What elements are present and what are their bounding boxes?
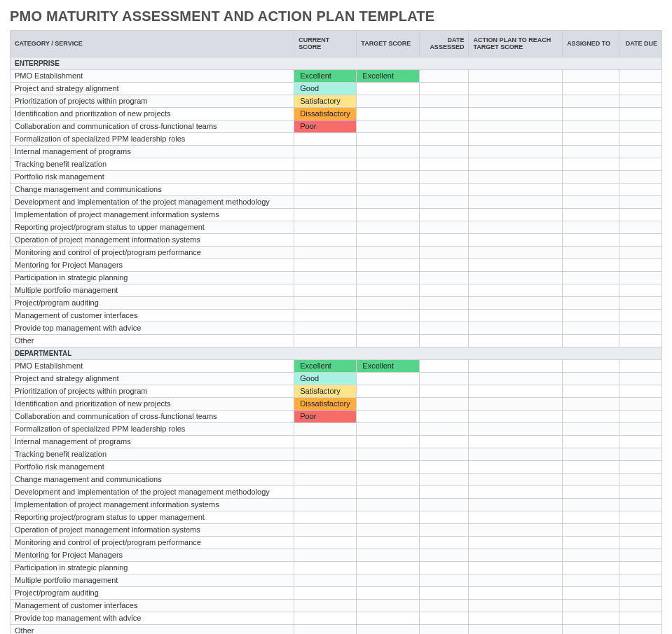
- action-plan-cell[interactable]: [469, 309, 563, 322]
- assigned-to-cell[interactable]: [563, 195, 619, 208]
- action-plan-cell[interactable]: [469, 624, 563, 634]
- action-plan-cell[interactable]: [469, 208, 563, 221]
- target-score-cell[interactable]: [357, 107, 419, 120]
- current-score-cell[interactable]: [294, 259, 357, 271]
- date-due-cell[interactable]: [619, 95, 662, 107]
- current-score-cell[interactable]: [294, 322, 357, 334]
- date-assessed-cell[interactable]: [419, 271, 469, 284]
- current-score-cell[interactable]: [294, 612, 357, 624]
- target-score-cell[interactable]: [357, 498, 419, 511]
- target-score-cell[interactable]: [357, 208, 419, 221]
- date-due-cell[interactable]: [619, 195, 662, 208]
- target-score-cell[interactable]: [357, 511, 419, 523]
- date-assessed-cell[interactable]: [419, 498, 469, 511]
- assigned-to-cell[interactable]: [563, 473, 619, 485]
- date-assessed-cell[interactable]: [419, 170, 469, 183]
- current-score-cell[interactable]: [294, 271, 357, 284]
- target-score-cell[interactable]: [357, 561, 419, 574]
- action-plan-cell[interactable]: [469, 473, 563, 485]
- date-due-cell[interactable]: [619, 574, 662, 586]
- date-due-cell[interactable]: [619, 284, 662, 296]
- date-assessed-cell[interactable]: [419, 120, 469, 132]
- target-score-cell[interactable]: [357, 448, 419, 460]
- target-score-cell[interactable]: [357, 132, 419, 145]
- date-assessed-cell[interactable]: [419, 296, 469, 309]
- assigned-to-cell[interactable]: [563, 69, 619, 82]
- date-due-cell[interactable]: [619, 561, 662, 574]
- current-score-cell[interactable]: [294, 132, 357, 145]
- current-score-cell[interactable]: [294, 460, 357, 473]
- current-score-cell[interactable]: [294, 158, 357, 170]
- current-score-cell[interactable]: [294, 246, 357, 259]
- assigned-to-cell[interactable]: [563, 599, 619, 612]
- current-score-cell[interactable]: [294, 309, 357, 322]
- assigned-to-cell[interactable]: [563, 259, 619, 271]
- assigned-to-cell[interactable]: [563, 397, 619, 410]
- date-assessed-cell[interactable]: [419, 158, 469, 170]
- action-plan-cell[interactable]: [469, 233, 563, 246]
- date-assessed-cell[interactable]: [419, 561, 469, 574]
- date-assessed-cell[interactable]: [419, 473, 469, 485]
- assigned-to-cell[interactable]: [563, 221, 619, 233]
- date-assessed-cell[interactable]: [419, 259, 469, 271]
- assigned-to-cell[interactable]: [563, 549, 619, 561]
- date-due-cell[interactable]: [619, 69, 662, 82]
- target-score-cell[interactable]: [357, 170, 419, 183]
- date-due-cell[interactable]: [619, 385, 662, 397]
- date-due-cell[interactable]: [619, 271, 662, 284]
- action-plan-cell[interactable]: [469, 296, 563, 309]
- date-assessed-cell[interactable]: [419, 183, 469, 195]
- date-assessed-cell[interactable]: [419, 221, 469, 233]
- action-plan-cell[interactable]: [469, 435, 563, 448]
- current-score-cell[interactable]: Good: [294, 372, 357, 385]
- action-plan-cell[interactable]: [469, 69, 563, 82]
- assigned-to-cell[interactable]: [563, 385, 619, 397]
- action-plan-cell[interactable]: [469, 561, 563, 574]
- assigned-to-cell[interactable]: [563, 284, 619, 296]
- action-plan-cell[interactable]: [469, 246, 563, 259]
- current-score-cell[interactable]: [294, 145, 357, 158]
- assigned-to-cell[interactable]: [563, 511, 619, 523]
- target-score-cell[interactable]: [357, 435, 419, 448]
- assigned-to-cell[interactable]: [563, 435, 619, 448]
- current-score-cell[interactable]: Dissatisfactory: [294, 397, 357, 410]
- assigned-to-cell[interactable]: [563, 322, 619, 334]
- action-plan-cell[interactable]: [469, 95, 563, 107]
- assigned-to-cell[interactable]: [563, 523, 619, 536]
- current-score-cell[interactable]: [294, 536, 357, 549]
- target-score-cell[interactable]: [357, 549, 419, 561]
- target-score-cell[interactable]: [357, 624, 419, 634]
- date-due-cell[interactable]: [619, 246, 662, 259]
- current-score-cell[interactable]: [294, 221, 357, 233]
- date-due-cell[interactable]: [619, 233, 662, 246]
- date-assessed-cell[interactable]: [419, 195, 469, 208]
- target-score-cell[interactable]: [357, 460, 419, 473]
- action-plan-cell[interactable]: [469, 485, 563, 498]
- current-score-cell[interactable]: Satisfactory: [294, 95, 357, 107]
- date-due-cell[interactable]: [619, 221, 662, 233]
- action-plan-cell[interactable]: [469, 322, 563, 334]
- date-due-cell[interactable]: [619, 334, 662, 347]
- date-assessed-cell[interactable]: [419, 549, 469, 561]
- current-score-cell[interactable]: [294, 296, 357, 309]
- date-assessed-cell[interactable]: [419, 410, 469, 422]
- action-plan-cell[interactable]: [469, 612, 563, 624]
- assigned-to-cell[interactable]: [563, 485, 619, 498]
- assigned-to-cell[interactable]: [563, 95, 619, 107]
- assigned-to-cell[interactable]: [563, 120, 619, 132]
- date-assessed-cell[interactable]: [419, 359, 469, 372]
- current-score-cell[interactable]: [294, 498, 357, 511]
- date-due-cell[interactable]: [619, 435, 662, 448]
- action-plan-cell[interactable]: [469, 586, 563, 599]
- target-score-cell[interactable]: [357, 586, 419, 599]
- target-score-cell[interactable]: [357, 158, 419, 170]
- current-score-cell[interactable]: [294, 170, 357, 183]
- assigned-to-cell[interactable]: [563, 170, 619, 183]
- current-score-cell[interactable]: [294, 586, 357, 599]
- date-assessed-cell[interactable]: [419, 246, 469, 259]
- date-assessed-cell[interactable]: [419, 511, 469, 523]
- date-due-cell[interactable]: [619, 422, 662, 435]
- date-due-cell[interactable]: [619, 158, 662, 170]
- assigned-to-cell[interactable]: [563, 448, 619, 460]
- date-due-cell[interactable]: [619, 599, 662, 612]
